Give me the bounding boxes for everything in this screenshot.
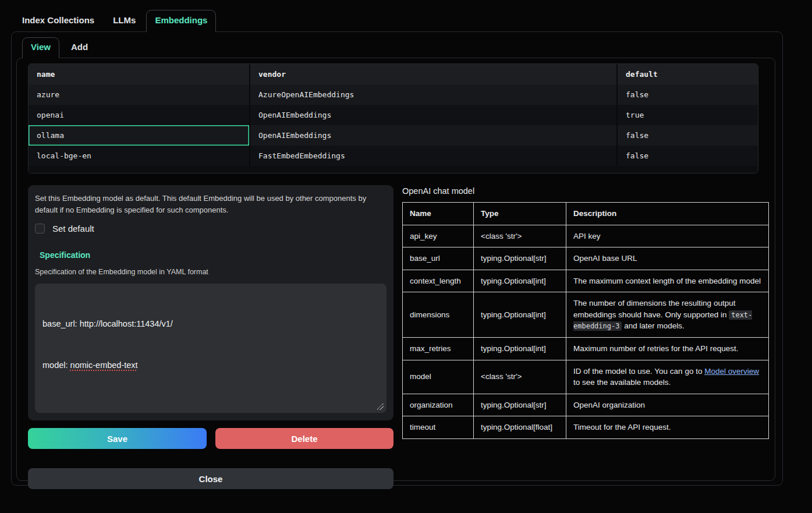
param-name: base_url — [403, 247, 474, 270]
set-default-checkbox-label: Set default — [52, 224, 94, 233]
specification-subtitle: Specification of the Embedding model in … — [35, 268, 387, 276]
table-row: azureAzureOpenAIEmbeddingsfalse — [29, 84, 758, 105]
main-tab-index-collections[interactable]: Index Collections — [22, 10, 94, 31]
cell-default[interactable]: false — [617, 84, 758, 105]
info-table-row: dimensionstyping.Optional[int]The number… — [403, 292, 769, 338]
delete-button[interactable]: Delete — [215, 428, 393, 449]
param-description: API key — [566, 225, 769, 247]
param-type: typing.Optional[int] — [474, 270, 566, 292]
embeddings-table-header: namevendordefault — [29, 64, 758, 84]
cell-default[interactable]: true — [617, 105, 758, 125]
embeddings-table: namevendordefault azureAzureOpenAIEmbedd… — [28, 63, 758, 174]
cell-default[interactable]: false — [617, 146, 758, 166]
main-tab-llms[interactable]: LLMs — [113, 10, 136, 31]
param-name: organization — [403, 394, 474, 416]
main-tab-embeddings[interactable]: Embeddings — [146, 10, 216, 32]
textarea-resize-handle[interactable] — [377, 404, 384, 410]
description-text: OpenAI base URL — [573, 254, 637, 263]
param-type: typing.Optional[float] — [474, 416, 566, 439]
param-description: Maximum number of retries for the API re… — [566, 337, 769, 360]
cell-vendor[interactable]: FastEmbedEmbeddings — [250, 146, 617, 166]
param-description: The maximum context length of the embedd… — [566, 270, 769, 292]
cell-vendor[interactable]: OpenAIEmbeddings — [250, 105, 617, 125]
description-text: ID of the model to use. You can go to — [573, 367, 704, 376]
param-type: typing.Optional[int] — [474, 337, 566, 360]
info-table-row: organizationtyping.Optional[str]OpenAI o… — [403, 394, 769, 416]
selected-cell-name[interactable]: ollama — [29, 125, 250, 146]
model-info-column: OpenAI chat model NameTypeDescription ap… — [402, 185, 768, 489]
info-table-row: model<class 'str'>ID of the model to use… — [403, 360, 769, 394]
param-description: ID of the model to use. You can go to Mo… — [566, 360, 769, 394]
cell-name[interactable]: local-bge-en — [29, 146, 250, 166]
description-text: The maximum context length of the embedd… — [573, 277, 761, 285]
info-column-header-description: Description — [566, 203, 769, 225]
info-table-row: max_retriestyping.Optional[int]Maximum n… — [403, 337, 769, 360]
yaml-spec-input[interactable]: base_url: http://localhost:11434/v1/ mod… — [35, 284, 387, 413]
info-table-row: base_urltyping.Optional[str]OpenAI base … — [403, 247, 769, 270]
param-name: timeout — [403, 416, 474, 439]
model-params-table-header: NameTypeDescription — [403, 203, 769, 225]
param-name: api_key — [403, 225, 474, 247]
param-type: <class 'str'> — [474, 360, 566, 394]
yaml-line-model: model: nomic-embed-text — [42, 359, 379, 372]
set-default-checkbox-row[interactable]: Set default — [35, 224, 387, 233]
description-text: Timeout for the API request. — [573, 423, 671, 431]
view-tab-panel: namevendordefault azureAzureOpenAIEmbedd… — [16, 58, 775, 481]
param-description: OpenAI organization — [566, 394, 769, 416]
spellcheck-underlined-text: nomic-embed-text — [70, 360, 138, 370]
embeddings-tab-panel: View Add namevendordefault azureAzureOpe… — [11, 31, 783, 486]
table-footer-spacer — [29, 166, 758, 173]
set-default-description: Set this Embedding model as default. Thi… — [35, 193, 387, 216]
embedding-settings-card: Set this Embedding model as default. Thi… — [28, 185, 393, 420]
column-header-vendor: vendor — [250, 64, 617, 84]
cell-default[interactable]: false — [617, 125, 758, 146]
param-type: typing.Optional[str] — [474, 394, 566, 416]
info-column-header-type: Type — [474, 203, 566, 225]
description-text: and later models. — [622, 321, 684, 330]
table-row: ollamaOpenAIEmbeddingsfalse — [29, 125, 758, 146]
column-header-default: default — [617, 64, 758, 84]
description-text: to see the available models. — [573, 378, 671, 387]
param-type: typing.Optional[str] — [474, 247, 566, 270]
embedding-detail-column: Set this Embedding model as default. Thi… — [28, 185, 393, 489]
param-name: model — [403, 360, 474, 394]
sub-tab-bar: View Add — [12, 32, 782, 58]
cell-name[interactable]: openai — [29, 105, 250, 125]
sub-tab-add[interactable]: Add — [71, 38, 88, 58]
main-tab-bar: Index Collections LLMs Embeddings — [0, 0, 812, 31]
description-text: OpenAI organization — [573, 401, 645, 409]
description-text: Maximum number of retries for the API re… — [573, 344, 739, 353]
param-description: Timeout for the API request. — [566, 416, 769, 439]
description-text: The number of dimensions the resulting o… — [573, 299, 735, 319]
info-panel-title: OpenAI chat model — [402, 186, 768, 196]
cell-vendor[interactable]: AzureOpenAIEmbeddings — [250, 84, 617, 105]
model-overview-link[interactable]: Model overview — [704, 367, 759, 376]
table-row: openaiOpenAIEmbeddingstrue — [29, 105, 758, 125]
table-row: local-bge-enFastEmbedEmbeddingsfalse — [29, 146, 758, 166]
info-table-row: api_key<class 'str'>API key — [403, 225, 769, 247]
cell-name[interactable]: azure — [29, 84, 250, 105]
close-button[interactable]: Close — [28, 468, 393, 489]
set-default-checkbox[interactable] — [35, 224, 45, 233]
save-button[interactable]: Save — [28, 428, 207, 449]
model-params-table: NameTypeDescription api_key<class 'str'>… — [402, 202, 769, 439]
param-description: OpenAI base URL — [566, 247, 769, 270]
param-name: context_length — [403, 270, 474, 292]
description-text: API key — [573, 232, 601, 240]
sub-tab-view[interactable]: View — [22, 37, 59, 58]
param-type: <class 'str'> — [474, 225, 566, 247]
yaml-line-base-url: base_url: http://localhost:11434/v1/ — [42, 317, 379, 331]
info-table-row: context_lengthtyping.Optional[int]The ma… — [403, 270, 769, 292]
param-name: dimensions — [403, 292, 474, 338]
cell-vendor[interactable]: OpenAIEmbeddings — [250, 125, 617, 146]
column-header-name: name — [29, 64, 250, 84]
specification-heading: Specification — [35, 250, 387, 260]
param-name: max_retries — [403, 337, 474, 360]
param-type: typing.Optional[int] — [474, 292, 566, 338]
info-column-header-name: Name — [403, 203, 474, 225]
info-table-row: timeouttyping.Optional[float]Timeout for… — [403, 416, 769, 439]
param-description: The number of dimensions the resulting o… — [566, 292, 769, 338]
